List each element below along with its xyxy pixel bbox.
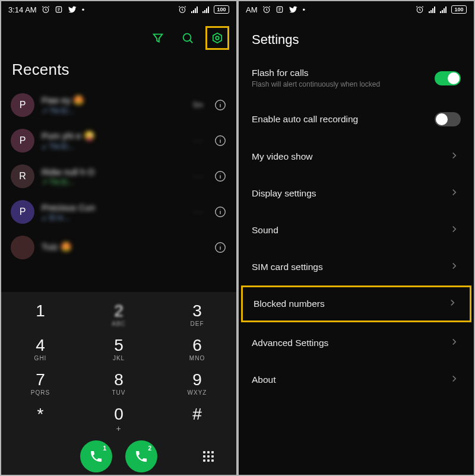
alarm-icon (416, 5, 424, 14)
dialpad-key-1[interactable]: 1 (1, 297, 80, 331)
status-bar: 3:14 AM • 100 (1, 1, 236, 15)
contact-name: Pum yhi e 😜 (42, 131, 186, 141)
setting-blocked-numbers[interactable]: Blocked numbers (241, 285, 471, 322)
setting-label: Enable auto call recording (252, 114, 435, 125)
dialpad-key-*[interactable]: * (1, 400, 80, 434)
call-detail: ↗ Thi El… (42, 107, 186, 115)
setting-label: Flash for calls (252, 68, 435, 78)
setting-label: My video show (252, 151, 449, 162)
setting-my-video-show[interactable]: My video show (239, 138, 474, 175)
dialpad-key-#[interactable]: # (158, 400, 236, 434)
alarm-icon (262, 5, 271, 14)
call-time: 5m (193, 101, 207, 109)
recent-call-row[interactable]: P Paw ey 😍 ↗ Thi El… 5m (6, 87, 232, 123)
battery-icon: 100 (451, 5, 467, 14)
call-time: · · · (193, 137, 207, 145)
dot-icon: • (82, 5, 85, 14)
dialpad-key-9[interactable]: 9WXYZ (158, 366, 236, 400)
call-sim2-button[interactable]: 2 (125, 440, 157, 472)
chevron-right-icon (449, 261, 461, 274)
alarm-icon (42, 5, 50, 14)
chevron-right-icon (449, 187, 461, 200)
recent-call-row[interactable]: P Pum yhi e 😜 ↙ Thi El… · · · (6, 123, 232, 158)
contact-name: Precious Cun (42, 202, 186, 212)
battery-icon: 100 (214, 5, 229, 14)
dialpad: 1 2ABC3DEF4GHI5JKL6MNO7PQRS8TUV9WXYZ*0+#… (1, 292, 236, 476)
call-detail: ↙ El in… (42, 214, 186, 222)
office-icon (276, 5, 284, 14)
dialpad-key-7[interactable]: 7PQRS (1, 366, 80, 400)
filter-button[interactable] (146, 26, 170, 50)
status-time: 3:14 AM (8, 5, 37, 14)
dialpad-key-0[interactable]: 0+ (80, 400, 158, 434)
contact-name: Paw ey 😍 (42, 95, 186, 106)
setting-label: Display settings (252, 188, 449, 199)
setting-advanced-settings[interactable]: Advanced Settings (239, 322, 474, 361)
chevron-right-icon (449, 373, 461, 386)
svg-point-4 (216, 36, 219, 40)
info-icon[interactable] (214, 134, 227, 147)
recent-call-row[interactable]: R Ridw null h O ↗ Thi El… · · · (6, 158, 232, 194)
dialpad-key-6[interactable]: 6MNO (158, 331, 236, 366)
settings-button[interactable] (205, 26, 229, 50)
setting-display-settings[interactable]: Display settings (239, 175, 474, 212)
call-detail: ↙ Thi El… (42, 142, 186, 151)
setting-flash-for-calls[interactable]: Flash for calls Flash will alert continu… (239, 56, 474, 100)
chevron-right-icon (449, 224, 461, 237)
svg-point-3 (183, 34, 191, 42)
setting-label: Sound (252, 225, 449, 236)
dialpad-key-2[interactable]: 2ABC (80, 297, 158, 331)
setting-label: Blocked numbers (254, 299, 447, 309)
call-time: · · · (193, 208, 207, 216)
call-time: · · · (193, 172, 207, 180)
alarm-icon (178, 5, 186, 14)
dialpad-key-5[interactable]: 5JKL (80, 331, 158, 366)
twitter-icon (289, 5, 298, 14)
dialpad-key-8[interactable]: 8TUV (80, 366, 158, 400)
avatar: P (11, 129, 34, 153)
setting-sub: Flash will alert continuously when locke… (252, 80, 435, 88)
search-button[interactable] (176, 26, 200, 50)
recent-calls-list: P Paw ey 😍 ↗ Thi El… 5m P Pum yhi e 😜 ↙ … (1, 87, 236, 265)
avatar (11, 236, 34, 259)
info-icon[interactable] (214, 170, 227, 183)
dialpad-key-3[interactable]: 3DEF (158, 297, 236, 331)
recent-call-row[interactable]: P Precious Cun ↙ El in… · · · (6, 194, 232, 230)
setting-auto-call-recording[interactable]: Enable auto call recording (239, 100, 474, 138)
call-detail: ↗ Thi El… (42, 178, 186, 186)
twitter-icon (68, 5, 77, 14)
signal-icon (429, 6, 435, 13)
avatar: R (11, 164, 34, 188)
more-button[interactable] (203, 451, 214, 462)
recent-call-row[interactable]: Tuiz 😍 (6, 230, 232, 265)
signal-icon (191, 6, 198, 13)
setting-label: SIM card settings (252, 262, 449, 272)
office-icon (55, 5, 63, 14)
dialpad-key-4[interactable]: 4GHI (1, 331, 80, 366)
recents-title: Recents (1, 56, 236, 87)
signal-icon (440, 6, 446, 13)
setting-about[interactable]: About (239, 361, 474, 398)
avatar: P (11, 200, 34, 224)
toggle-off[interactable] (435, 112, 461, 126)
info-icon[interactable] (214, 99, 227, 112)
chevron-right-icon (449, 337, 461, 350)
contact-name: Tuiz 😍 (42, 242, 196, 252)
setting-sim-card-settings[interactable]: SIM card settings (239, 249, 474, 285)
setting-label: Advanced Settings (252, 338, 449, 348)
call-sim1-button[interactable]: 1 (80, 440, 112, 472)
setting-sound[interactable]: Sound (239, 212, 474, 249)
info-icon[interactable] (214, 241, 227, 254)
chevron-right-icon (449, 150, 461, 163)
phone-settings-screen: AM • 100 Settings Flash for calls Flash … (238, 0, 475, 476)
status-time: AM (246, 5, 258, 14)
avatar: P (11, 93, 34, 117)
phone-recents-screen: 3:14 AM • 100 (0, 0, 238, 476)
info-icon[interactable] (214, 205, 227, 218)
toggle-on[interactable] (435, 71, 461, 85)
contact-name: Ridw null h O (42, 167, 186, 177)
settings-title: Settings (239, 15, 474, 56)
setting-label: About (252, 375, 449, 385)
status-bar: AM • 100 (239, 1, 474, 15)
chevron-right-icon (447, 297, 459, 310)
